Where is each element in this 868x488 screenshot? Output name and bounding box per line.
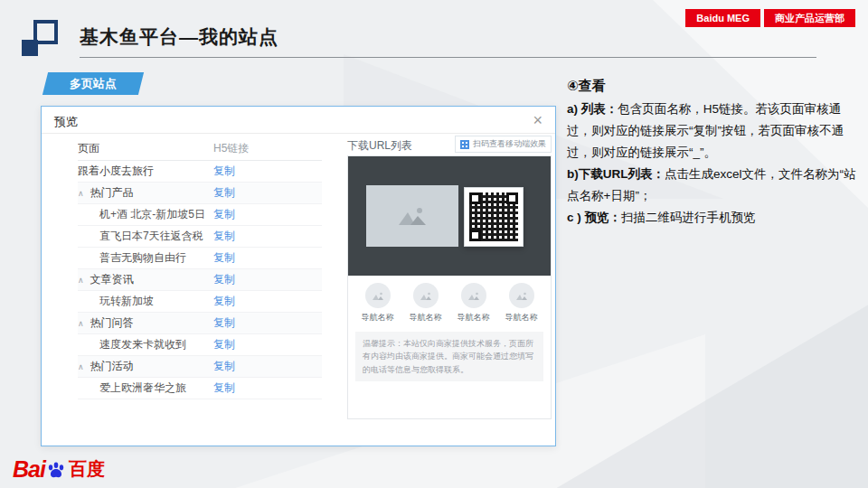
page-title: 基木鱼平台—我的站点: [80, 24, 278, 50]
page-name: 爱上欧洲奢华之旅: [78, 380, 213, 396]
badge-department: 商业产品运营部: [764, 9, 855, 27]
baidu-logo-text-bai: Bai: [13, 456, 45, 483]
copy-link[interactable]: 复制: [213, 185, 235, 201]
collapse-icon[interactable]: ∧: [78, 276, 84, 285]
scan-qr-label: 扫码查看移动端效果: [473, 138, 546, 150]
nav-item[interactable]: 导航名称: [505, 283, 538, 324]
collapse-icon[interactable]: ∧: [78, 362, 84, 371]
page-name: 玩转新加坡: [78, 294, 213, 309]
modal-body: 页面 H5链接 跟着小度去旅行 复制 ∧热门产品 复制 机+酒 北京-新加坡5日…: [42, 134, 555, 446]
qr-mini-icon: [460, 140, 469, 149]
table-row: 机+酒 北京-新加坡5日 复制: [78, 204, 322, 226]
nav-item-label: 导航名称: [458, 312, 490, 324]
page-name: 机+酒 北京-新加坡5日: [78, 207, 213, 222]
warm-tip-text: 温馨提示：本站仅向商家提供技术服务，页面所有内容均由该商家提供。商家可能会通过您…: [355, 332, 543, 381]
nav-image-icon: [461, 283, 486, 308]
nav-item[interactable]: 导航名称: [458, 283, 490, 324]
qr-finder-icon: [469, 230, 481, 241]
title-divider: [80, 57, 816, 58]
phone-preview: 导航名称 导航名称 导航名称: [347, 155, 552, 419]
table-row: 爱上欧洲奢华之旅 复制: [78, 378, 322, 399]
note-item-c: c ) 预览：扫描二维码进行手机预览: [567, 207, 862, 229]
nav-image-icon: [365, 283, 391, 308]
table-row: ∧热门问答 复制: [78, 313, 322, 334]
baidu-logo: Bai 百度: [13, 456, 105, 483]
copy-link[interactable]: 复制: [213, 207, 235, 222]
table-row: 玩转新加坡 复制: [78, 291, 322, 313]
section-name: 热门活动: [90, 359, 134, 374]
section-name: 热门问答: [90, 315, 134, 331]
download-url-list-button[interactable]: 下载URL列表: [347, 138, 412, 154]
table-row: 普吉无购物自由行 复制: [78, 248, 322, 269]
collapse-icon[interactable]: ∧: [78, 319, 84, 328]
copy-link[interactable]: 复制: [213, 250, 235, 266]
nav-item[interactable]: 导航名称: [410, 283, 442, 324]
note-item-b: b)下载URL列表：点击生成excel文件，文件名称为“站点名称+日期”；: [567, 164, 862, 207]
nav-item[interactable]: 导航名称: [362, 283, 394, 324]
mobile-preview-panel: 下载URL列表 扫码查看移动端效果: [347, 136, 552, 443]
column-header-h5-link: H5链接: [213, 141, 249, 156]
table-row: ∧文章资讯 复制: [78, 269, 322, 291]
nav-image-icon: [509, 283, 534, 308]
nav-image-icon: [413, 283, 439, 308]
page-name: 速度发来卡就收到: [78, 337, 213, 352]
slide: Baidu MEG 商业产品运营部 基木鱼平台—我的站点 多页站点 预览 × 页…: [0, 0, 868, 488]
note-label-c: c ) 预览：: [567, 211, 621, 224]
page-name: 普吉无购物自由行: [78, 250, 213, 266]
page-table: 页面 H5链接 跟着小度去旅行 复制 ∧热门产品 复制 机+酒 北京-新加坡5日…: [78, 137, 322, 399]
preview-modal: 预览 × 页面 H5链接 跟着小度去旅行 复制 ∧热门产品 复制 机+酒 北京-…: [41, 106, 556, 446]
image-placeholder: [366, 185, 458, 247]
nav-item-label: 导航名称: [362, 312, 394, 324]
badge-baidu-meg: Baidu MEG: [685, 9, 760, 27]
square-fill-icon: [22, 40, 38, 56]
qr-finder-icon: [506, 192, 518, 204]
note-label-a: a) 列表：: [567, 102, 618, 116]
close-icon[interactable]: ×: [533, 111, 542, 129]
multi-page-site-tag: 多页站点: [45, 72, 141, 95]
table-row: ∧热门产品 复制: [78, 183, 322, 204]
title-mark-icon: [22, 20, 58, 56]
copy-link[interactable]: 复制: [213, 337, 235, 352]
scan-qr-chip[interactable]: 扫码查看移动端效果: [455, 136, 552, 153]
qr-pattern: [469, 192, 518, 241]
modal-header: 预览 ×: [42, 107, 555, 134]
qr-code: [464, 187, 524, 247]
note-item-a: a) 列表：包含页面名称，H5链接。若该页面审核通过，则对应的链接展示“复制”按…: [567, 99, 862, 164]
table-row: ∧热门活动 复制: [78, 356, 322, 378]
table-header-row: 页面 H5链接: [78, 137, 322, 161]
copy-link[interactable]: 复制: [213, 380, 235, 396]
table-row: 直飞日本7天往返含税 复制: [78, 226, 322, 248]
phone-nav-row: 导航名称 导航名称 导航名称: [348, 276, 551, 326]
table-row: 跟着小度去旅行 复制: [78, 161, 322, 183]
table-row: 速度发来卡就收到 复制: [78, 334, 322, 356]
baidu-logo-text-du: 百度: [69, 457, 105, 482]
copy-link[interactable]: 复制: [213, 164, 235, 179]
phone-hero-area: [348, 156, 551, 276]
header-badges: Baidu MEG 商业产品运营部: [685, 9, 855, 27]
copy-link[interactable]: 复制: [213, 294, 235, 309]
section-name: 热门产品: [90, 185, 134, 201]
multi-page-site-tag-label: 多页站点: [45, 72, 141, 95]
page-name: 直飞日本7天往返含税: [78, 229, 213, 244]
nav-item-label: 导航名称: [410, 312, 442, 324]
note-text-c: 扫描二维码进行手机预览: [621, 211, 756, 224]
annotation-notes: ④查看 a) 列表：包含页面名称，H5链接。若该页面审核通过，则对应的链接展示“…: [567, 78, 862, 229]
page-name: 跟着小度去旅行: [78, 164, 213, 179]
copy-link[interactable]: 复制: [213, 272, 235, 287]
preview-toolbar: 下载URL列表 扫码查看移动端效果: [347, 136, 552, 154]
section-name: 文章资讯: [90, 272, 134, 287]
collapse-icon[interactable]: ∧: [78, 189, 84, 198]
copy-link[interactable]: 复制: [213, 229, 235, 244]
image-placeholder-icon: [397, 205, 428, 227]
copy-link[interactable]: 复制: [213, 359, 235, 374]
baidu-paw-icon: [46, 460, 66, 480]
note-label-b: b)下载URL列表：: [567, 167, 665, 181]
modal-title: 预览: [54, 114, 78, 130]
copy-link[interactable]: 复制: [213, 315, 235, 331]
qr-finder-icon: [469, 192, 481, 204]
notes-heading: ④查看: [567, 78, 862, 95]
column-header-page: 页面: [78, 141, 213, 156]
nav-item-label: 导航名称: [505, 312, 538, 324]
